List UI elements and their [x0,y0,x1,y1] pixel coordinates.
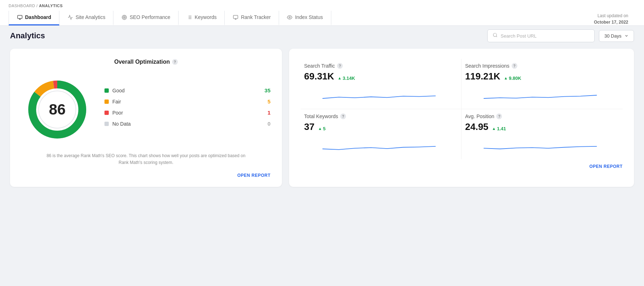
open-report-row: OPEN REPORT [21,172,270,178]
poor-label: Poor [112,110,123,116]
svg-rect-0 [18,15,22,18]
svg-point-5 [124,17,125,18]
metrics-card: Search Traffic ? 69.31K ▲ 3.14K [289,49,634,187]
search-url-input[interactable] [501,33,589,39]
metric-avg-position: Avg. Position ? 24.95 ▲ 1.41 [462,109,623,159]
optimization-card: Overall Optimization ? [10,49,282,187]
search-traffic-delta: ▲ 3.14K [338,76,355,81]
monitor-icon [17,14,23,20]
avg-position-value: 24.95 [465,121,488,132]
main-cards: Overall Optimization ? [10,49,634,187]
search-icon [493,33,498,39]
search-impressions-delta: ▲ 9.80K [504,76,521,81]
good-value: 35 [264,87,270,93]
page-content: Analytics 30 Days Overall Optimization ? [0,26,644,197]
svg-point-16 [493,33,497,37]
right-open-report-button[interactable]: OPEN REPORT [589,164,623,169]
search-traffic-title: Search Traffic [304,63,335,69]
search-traffic-value: 69.31K [304,71,334,82]
legend-fair: Fair 5 [104,98,270,105]
optimization-help-icon[interactable]: ? [172,59,178,65]
legend-good: Good 35 [104,87,270,93]
fair-value: 5 [268,98,270,105]
tab-seo-performance[interactable]: SEO Performance [113,11,179,25]
top-bar: DASHBOARD / ANALYTICS Dashboard Site Ana… [0,0,644,26]
search-traffic-help-icon[interactable]: ? [337,63,343,69]
metrics-grid: Search Traffic ? 69.31K ▲ 3.14K [301,59,623,159]
tab-bar: Dashboard Site Analytics SEO Performance… [9,11,635,25]
avg-position-chart [465,136,615,152]
nodata-label: No Data [112,121,131,127]
legend-nodata: No Data 0 [104,121,270,127]
poor-dot [104,111,109,115]
search-impressions-value: 119.21K [465,71,500,82]
last-updated-date: October 17, 2022 [594,20,628,25]
good-label: Good [112,88,125,93]
legend-poor: Poor 1 [104,110,270,116]
tab-keywords-label: Keywords [195,14,216,20]
monitor2-icon [233,14,238,20]
avg-position-delta: ▲ 1.41 [492,126,506,131]
fair-label: Fair [112,99,121,105]
days-label: 30 Days [604,33,621,39]
list-icon [186,14,192,20]
total-keywords-title: Total Keywords [304,113,338,119]
optimization-title: Overall Optimization ? [21,59,270,65]
nodata-value: 0 [268,121,270,127]
days-dropdown[interactable]: 30 Days [599,30,634,42]
poor-value: 1 [268,110,270,116]
tab-keywords[interactable]: Keywords [179,11,225,25]
total-keywords-delta: ▲ 5 [318,126,326,131]
search-impressions-title: Search Impressions [465,63,509,69]
nodata-dot [104,122,109,126]
metric-search-traffic: Search Traffic ? 69.31K ▲ 3.14K [301,59,462,109]
donut-score: 86 [49,102,66,117]
tab-index-status-label: Index Status [295,14,323,20]
open-report-button[interactable]: OPEN REPORT [237,173,270,178]
donut-chart: 86 [21,74,93,145]
search-impressions-help-icon[interactable]: ? [512,63,517,69]
page-title: Analytics [10,31,45,40]
total-keywords-value: 37 [304,121,314,132]
target-icon [121,14,127,20]
tab-dashboard[interactable]: Dashboard [9,11,59,25]
avg-position-title: Avg. Position [465,113,494,119]
chart-icon [67,14,73,20]
last-updated: Last updated on October 17, 2022 [594,13,635,25]
svg-point-15 [289,16,291,18]
optimization-legend: Good 35 Fair 5 Poor [104,87,270,132]
fair-dot [104,100,109,104]
tab-dashboard-label: Dashboard [25,14,51,20]
tab-rank-tracker[interactable]: Rank Tracker [225,11,279,25]
optimization-body: 86 Good 35 Fair [21,74,270,145]
tab-rank-tracker-label: Rank Tracker [241,14,270,20]
tab-site-analytics[interactable]: Site Analytics [59,11,113,25]
search-impressions-chart [465,86,615,102]
analytics-controls: 30 Days [487,29,634,42]
good-dot [104,88,109,93]
metric-total-keywords: Total Keywords ? 37 ▲ 5 [301,109,462,159]
eye-icon [287,14,293,20]
search-traffic-chart [304,86,454,102]
search-url-box[interactable] [487,29,595,42]
optimization-description: 86 is the average Rank Math's SEO score.… [42,152,250,166]
svg-rect-12 [233,15,238,18]
chevron-down-icon [624,34,629,38]
breadcrumb: DASHBOARD / ANALYTICS [9,4,635,11]
svg-line-17 [496,36,497,37]
tab-site-analytics-label: Site Analytics [75,14,105,20]
tab-seo-performance-label: SEO Performance [130,14,170,20]
total-keywords-help-icon[interactable]: ? [340,113,346,119]
tab-index-status[interactable]: Index Status [279,11,331,25]
right-open-report-row: OPEN REPORT [301,163,623,169]
total-keywords-chart [304,136,454,152]
avg-position-help-icon[interactable]: ? [496,113,502,119]
analytics-header: Analytics 30 Days [10,29,634,42]
svg-point-4 [123,16,126,19]
metric-search-impressions: Search Impressions ? 119.21K ▲ 9.80K [462,59,623,109]
